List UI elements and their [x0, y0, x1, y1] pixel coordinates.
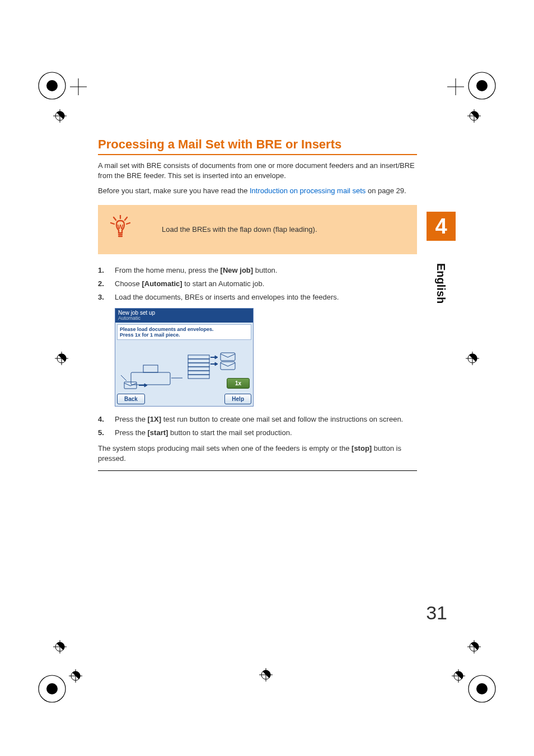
svg-text:W: W — [118, 223, 124, 230]
intro-paragraph-2: Before you start, make sure you have rea… — [98, 186, 417, 196]
step-number: 2. — [98, 279, 115, 289]
screenshot-titlebar: New job set up Automatic — [115, 309, 253, 323]
svg-line-43 — [127, 223, 130, 224]
reg-mark-left — [53, 350, 70, 367]
screenshot-diagram: 1x — [115, 342, 253, 392]
svg-rect-51 — [188, 363, 209, 367]
step-number: 3. — [98, 292, 115, 302]
svg-point-24 — [46, 683, 58, 694]
intro-2-post: on page 29. — [366, 186, 406, 195]
footer-pre: The system stops producing mail sets whe… — [98, 444, 352, 452]
tip-callout: W Load the BREs with the flap down (flap… — [98, 205, 417, 254]
tip-text: Load the BREs with the flap down (flap l… — [162, 225, 317, 234]
msg-line-1: Please load documents and envelopes. — [120, 326, 249, 332]
svg-line-40 — [114, 217, 116, 220]
chapter-number: 4 — [435, 214, 447, 239]
svg-rect-54 — [188, 375, 209, 379]
crop-mark-tr — [447, 70, 498, 126]
svg-line-42 — [111, 223, 114, 224]
svg-line-41 — [125, 217, 127, 220]
section-heading: Processing a Mail Set with BRE or Insert… — [98, 137, 417, 155]
reg-mark-bottom — [257, 666, 274, 683]
svg-point-8 — [476, 80, 488, 91]
step-text: Press the [1X] test run button to create… — [115, 414, 417, 424]
crop-mark-bl — [36, 636, 87, 703]
svg-rect-53 — [188, 371, 209, 375]
crop-mark-br — [447, 636, 498, 703]
svg-rect-50 — [188, 359, 209, 363]
screenshot-subtitle: Automatic — [118, 316, 250, 321]
steps-list: 1. From the home menu, press the [New jo… — [98, 265, 417, 303]
screenshot-1x-button: 1x — [227, 378, 250, 389]
chapter-tab: 4 — [427, 212, 456, 241]
step-text: Choose [Automatic] to start an Automatic… — [115, 279, 417, 289]
screenshot-back-button: Back — [117, 394, 145, 404]
lightbulb-icon: W — [109, 215, 139, 244]
step-1: 1. From the home menu, press the [New jo… — [98, 265, 417, 276]
ui-screenshot: New job set up Automatic Please load doc… — [115, 308, 254, 407]
svg-rect-56 — [221, 362, 235, 370]
screenshot-button-row: Back Help — [115, 392, 253, 406]
language-label: English — [434, 263, 447, 304]
step-2: 2. Choose [Automatic] to start an Automa… — [98, 279, 417, 289]
msg-line-2: Press 1x for 1 mail piece. — [120, 332, 249, 338]
page-content: Processing a Mail Set with BRE or Insert… — [98, 137, 417, 477]
step-text: Load the documents, BREs or inserts and … — [115, 292, 417, 302]
step-number: 4. — [98, 414, 115, 424]
crop-mark-tl — [36, 70, 87, 126]
steps-list-2: 4. Press the [1X] test run button to cre… — [98, 414, 417, 438]
step-text: Press the [start] button to start the ma… — [115, 428, 417, 438]
page-number: 31 — [426, 602, 447, 624]
svg-point-1 — [46, 80, 58, 91]
screenshot-help-button: Help — [224, 394, 251, 404]
svg-rect-57 — [124, 382, 137, 389]
svg-rect-52 — [188, 367, 209, 371]
svg-point-32 — [476, 683, 488, 694]
footer-note: The system stops producing mail sets whe… — [98, 444, 417, 470]
svg-rect-55 — [221, 353, 235, 361]
intro-link[interactable]: Introduction on processing mail sets — [250, 186, 366, 195]
svg-rect-48 — [143, 365, 158, 372]
step-3: 3. Load the documents, BREs or inserts a… — [98, 292, 417, 302]
step-number: 1. — [98, 265, 115, 276]
footer-bold: [stop] — [352, 444, 372, 452]
step-number: 5. — [98, 428, 115, 438]
step-text: From the home menu, press the [New job] … — [115, 265, 417, 276]
reg-mark-right — [464, 350, 481, 367]
step-4: 4. Press the [1X] test run button to cre… — [98, 414, 417, 424]
svg-rect-49 — [188, 355, 209, 359]
intro-paragraph-1: A mail set with BRE consists of document… — [98, 161, 417, 180]
intro-2-pre: Before you start, make sure you have rea… — [98, 186, 250, 195]
screenshot-message: Please load documents and envelopes. Pre… — [117, 324, 251, 340]
step-5: 5. Press the [start] button to start the… — [98, 428, 417, 438]
